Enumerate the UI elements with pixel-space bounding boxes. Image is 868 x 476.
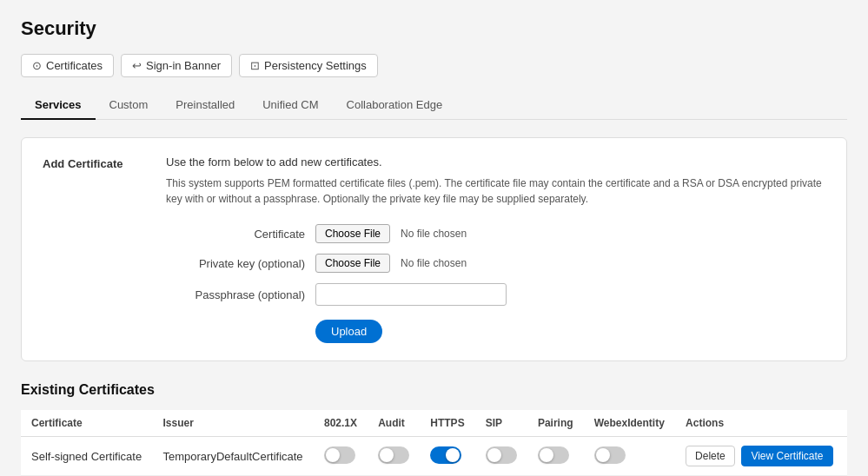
row-sip-toggle-cell [475,437,527,476]
certificate-field-label: Certificate [166,228,305,241]
add-certificate-label: Add Certificate [43,155,138,343]
certificate-no-file-text: No file chosen [401,228,467,240]
passphrase-input[interactable] [315,283,507,306]
toggle-8021x-knob [326,448,340,462]
tab-custom[interactable]: Custom [96,91,162,120]
tabs: Services Custom Preinstalled Unified CM … [21,91,847,120]
signin-banner-icon: ↩ [132,59,142,72]
tab-unified-cm[interactable]: Unified CM [248,91,332,120]
col-webexidentity: WebexIdentity [584,410,675,437]
table-row: Self-signed Certificate TemporaryDefault… [21,437,847,476]
toggle-8021x[interactable] [324,446,355,464]
toggle-webexidentity-knob [596,448,610,462]
toggle-https[interactable] [430,446,461,464]
row-https-toggle-cell [420,437,474,476]
row-certificate-name: Self-signed Certificate [21,437,152,476]
private-key-no-file-text: No file chosen [401,257,467,269]
certificate-field-row: Certificate Choose File No file chosen [166,224,825,243]
certificates-icon: ⊙ [32,59,42,72]
private-key-choose-file-button[interactable]: Choose File [315,254,390,273]
row-actions-cell: Delete View Certificate [675,437,847,476]
toggle-audit-knob [380,448,394,462]
delete-button[interactable]: Delete [686,446,735,466]
toggle-sip[interactable] [486,446,517,464]
tab-preinstalled[interactable]: Preinstalled [162,91,248,120]
col-pairing: Pairing [527,410,584,437]
tab-collaboration-edge[interactable]: Collaboration Edge [333,91,457,120]
toggle-https-knob [446,448,460,462]
persistency-settings-icon: ⊡ [250,59,260,72]
toggle-pairing-knob [540,448,553,462]
private-key-field-label: Private key (optional) [166,257,305,270]
passphrase-field-row: Passphrase (optional) [166,283,825,306]
signin-banner-button[interactable]: ↩ Sign-in Banner [121,54,232,77]
upload-button[interactable]: Upload [315,320,382,343]
certificate-choose-file-button[interactable]: Choose File [315,224,390,243]
row-audit-toggle-cell [368,437,420,476]
toggle-pairing[interactable] [538,446,569,464]
toggle-sip-knob [487,448,501,462]
private-key-field-row: Private key (optional) Choose File No fi… [166,254,825,273]
col-actions: Actions [675,410,847,437]
row-pairing-toggle-cell [527,437,584,476]
persistency-settings-button[interactable]: ⊡ Persistency Settings [239,54,378,77]
add-certificate-description: Use the form below to add new certificat… [166,155,825,169]
certificates-table-wrap: Certificate Issuer 802.1X Audit HTTPS SI… [21,410,847,476]
col-sip: SIP [475,410,527,437]
signin-banner-button-label: Sign-in Banner [146,59,221,72]
toolbar: ⊙ Certificates ↩ Sign-in Banner ⊡ Persis… [21,54,847,77]
col-issuer: Issuer [152,410,314,437]
row-webexidentity-toggle-cell [584,437,675,476]
row-8021x-toggle-cell [314,437,368,476]
col-https: HTTPS [420,410,474,437]
row-issuer: TemporaryDefaultCertificate [152,437,314,476]
add-certificate-content: Use the form below to add new certificat… [166,155,825,343]
certificates-button-label: Certificates [46,59,103,72]
passphrase-field-label: Passphrase (optional) [166,288,305,301]
col-8021x: 802.1X [314,410,368,437]
toggle-audit[interactable] [378,446,409,464]
persistency-settings-button-label: Persistency Settings [264,59,367,72]
col-certificate: Certificate [21,410,152,437]
add-certificate-card: Add Certificate Use the form below to ad… [21,137,847,361]
tab-services[interactable]: Services [21,91,96,120]
existing-certificates-section: Existing Certificates Certificate Issuer… [21,382,847,476]
certificates-table: Certificate Issuer 802.1X Audit HTTPS SI… [21,410,847,476]
toggle-webexidentity[interactable] [594,446,626,464]
view-certificate-button[interactable]: View Certificate [741,446,832,466]
page-title: Security [21,17,847,40]
certificates-button[interactable]: ⊙ Certificates [21,54,114,77]
table-header-row: Certificate Issuer 802.1X Audit HTTPS SI… [21,410,847,437]
add-certificate-note: This system supports PEM formatted certi… [166,175,825,207]
col-audit: Audit [368,410,420,437]
existing-certificates-title: Existing Certificates [21,382,847,398]
